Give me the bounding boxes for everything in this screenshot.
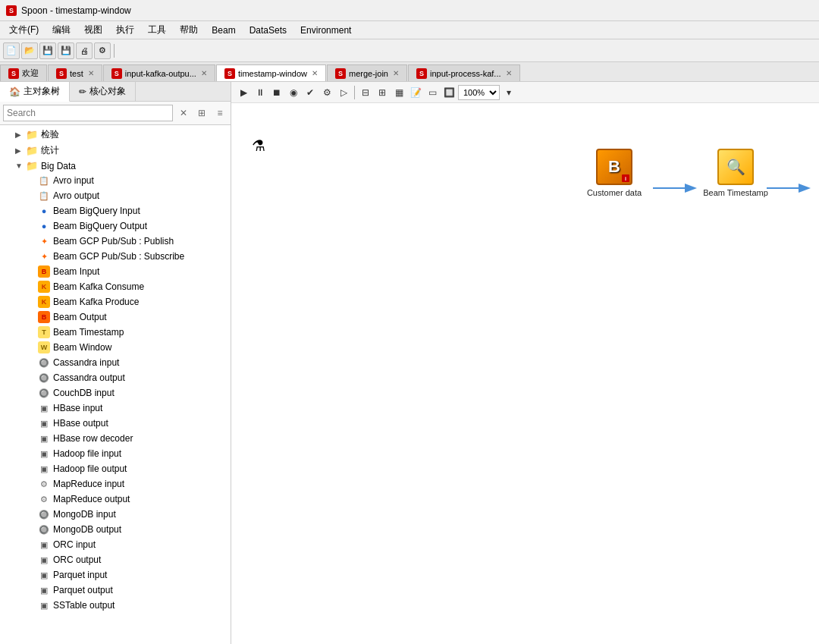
leaf-icon-Hadoop-file-output: ▣: [38, 463, 50, 475]
tree-item-HBase-row-decoder[interactable]: ▣ HBase row decoder: [0, 431, 231, 446]
tree-item-HBase-output[interactable]: ▣ HBase output: [0, 416, 231, 431]
tree-label-SSTable-output: SSTable output: [53, 600, 115, 611]
tree-item-Hadoop-file-output[interactable]: ▣ Hadoop file output: [0, 461, 231, 476]
tab-welcome[interactable]: S 欢迎: [0, 64, 47, 81]
search-input[interactable]: [3, 105, 173, 121]
tab-input-process-kaf[interactable]: S input-process-kaf... ✕: [408, 64, 520, 81]
check-button[interactable]: ✔: [303, 85, 318, 100]
node-customer-data-label: Customer data: [587, 188, 642, 197]
tab-close-test[interactable]: ✕: [88, 69, 94, 77]
tab-close-merge-join[interactable]: ✕: [393, 69, 399, 77]
menu-item-Beam[interactable]: Beam: [206, 24, 241, 37]
tab-close-timestamp-window[interactable]: ✕: [312, 69, 318, 77]
tree-item-SSTable-output[interactable]: ▣ SSTable output: [0, 598, 231, 613]
workflow-canvas[interactable]: ⚗ B i: [231, 103, 819, 644]
tree-item-Beam-GCP-PubSub-Publish[interactable]: ✦ Beam GCP Pub/Sub : Publish: [0, 234, 231, 249]
stop-button[interactable]: ⏹: [269, 85, 284, 100]
border-button[interactable]: ▭: [425, 85, 440, 100]
tree-item-Beam-BigQuery-Output[interactable]: ● Beam BigQuery Output: [0, 218, 231, 234]
tree-item-Beam-Input[interactable]: B Beam Input: [0, 264, 231, 279]
gear-button[interactable]: ⚙: [319, 85, 334, 100]
tree-item-检验[interactable]: ▶ 📁 检验: [0, 127, 231, 143]
tree-item-Cassandra-input[interactable]: 🔘 Cassandra input: [0, 355, 231, 370]
menu-item-[interactable]: 工具: [142, 22, 172, 38]
tree-item-CouchDB-input[interactable]: 🔘 CouchDB input: [0, 385, 231, 401]
menu-item-[interactable]: 帮助: [174, 22, 204, 38]
menu-item-[interactable]: 执行: [110, 22, 140, 38]
search-bar: ✕ ⊞ ≡: [0, 102, 231, 125]
tree-item-HBase-input[interactable]: ▣ HBase input: [0, 401, 231, 416]
tree-item-Beam-BigQuery-Input[interactable]: ● Beam BigQuery Input: [0, 203, 231, 218]
open-button[interactable]: 📂: [21, 42, 38, 59]
menu-item-[interactable]: 编辑: [46, 22, 77, 38]
tree-label-HBase-input: HBase input: [53, 403, 102, 413]
menu-bar: 文件(F)编辑视图执行工具帮助BeamDataSetsEnvironment: [0, 21, 819, 39]
tree-item-MongoDB-input[interactable]: 🔘 MongoDB input: [0, 507, 231, 522]
new-button[interactable]: 📄: [3, 42, 20, 59]
node-beam-timestamp[interactable]: 🔍 Beam Timestamp: [701, 149, 770, 197]
menu-item-F[interactable]: 文件(F): [3, 22, 45, 38]
tab-test[interactable]: S test ✕: [48, 64, 102, 81]
tree-item-BigData[interactable]: ▼ 📁 Big Data: [0, 159, 231, 173]
note-button[interactable]: 📝: [408, 85, 423, 100]
tab-merge-join[interactable]: S merge-join ✕: [327, 64, 407, 81]
tree-item-MapReduce-input[interactable]: ⚙ MapReduce input: [0, 476, 231, 492]
search-clear-button[interactable]: ✕: [176, 105, 191, 121]
tree-label-Cassandra-input: Cassandra input: [53, 357, 119, 368]
tab-icon-input-process-kaf: S: [416, 68, 427, 79]
tree-label-Beam-Kafka-Consume: Beam Kafka Consume: [53, 281, 144, 292]
tree-item-Beam-GCP-PubSub-Subscribe[interactable]: ✦ Beam GCP Pub/Sub : Subscribe: [0, 249, 231, 264]
grid-button[interactable]: ▦: [391, 85, 406, 100]
menu-item-DataSets[interactable]: DataSets: [243, 24, 293, 37]
panel-tab-main-objects[interactable]: 🏠 主对象树: [0, 82, 70, 102]
tree-label-ORC-input: ORC input: [53, 539, 96, 550]
align-button[interactable]: ⊟: [358, 85, 373, 100]
leaf-icon-MapReduce-output: ⚙: [38, 493, 50, 505]
node-customer-data[interactable]: B i Customer data: [580, 149, 648, 197]
tab-close-input-kafka[interactable]: ✕: [201, 69, 207, 77]
tree-item-ORC-input[interactable]: ▣ ORC input: [0, 537, 231, 552]
tree-item-Parquet-input[interactable]: ▣ Parquet input: [0, 567, 231, 583]
left-panel: 🏠 主对象树 ✏ 核心对象 ✕ ⊞ ≡ ▶ 📁 检验 ▶ 📁 统计: [0, 82, 231, 644]
tree-item-Beam-Kafka-Produce[interactable]: K Beam Kafka Produce: [0, 294, 231, 309]
tree-item-ORC-output[interactable]: ▣ ORC output: [0, 552, 231, 567]
preview-button[interactable]: ◉: [286, 85, 301, 100]
tree-item-Cassandra-output[interactable]: 🔘 Cassandra output: [0, 370, 231, 385]
tab-input-kafka[interactable]: S input-kafka-outpu... ✕: [103, 64, 215, 81]
leaf-icon-CouchDB-input: 🔘: [38, 387, 50, 399]
panel-tab-core-objects[interactable]: ✏ 核心对象: [70, 82, 136, 101]
run2-button[interactable]: ▷: [336, 85, 351, 100]
tree-item-MapReduce-output[interactable]: ⚙ MapReduce output: [0, 492, 231, 507]
tab-timestamp-window[interactable]: S timestamp-window ✕: [216, 64, 326, 82]
zoom-select[interactable]: 100% 75% 50% 150% 200%: [458, 85, 500, 100]
tree-item-Parquet-output[interactable]: ▣ Parquet output: [0, 583, 231, 598]
zoom-button[interactable]: 🔲: [441, 85, 457, 100]
menu-item-[interactable]: 视图: [78, 22, 108, 38]
tree-label-Beam-Kafka-Produce: Beam Kafka Produce: [53, 297, 139, 307]
tab-close-input-process-kaf[interactable]: ✕: [506, 69, 512, 77]
print-button[interactable]: 🖨: [76, 42, 93, 59]
search-options-button[interactable]: ⊞: [194, 105, 209, 121]
zoom-down-button[interactable]: ▾: [501, 85, 516, 100]
layout-button[interactable]: ⊞: [375, 85, 390, 100]
tree-item-Beam-Timestamp[interactable]: T Beam Timestamp: [0, 325, 231, 340]
menu-item-Environment[interactable]: Environment: [294, 24, 357, 37]
search-config-button[interactable]: ≡: [212, 105, 228, 121]
tree-item-MongoDB-output[interactable]: 🔘 MongoDB output: [0, 522, 231, 537]
tree-item-Avro-output[interactable]: 📋 Avro output: [0, 188, 231, 203]
saveas-button[interactable]: 💾: [58, 42, 74, 59]
pause-button[interactable]: ⏸: [253, 85, 268, 100]
tree-item-Avro-input[interactable]: 📋 Avro input: [0, 173, 231, 188]
flask-button[interactable]: ⚗: [243, 130, 274, 161]
tree-label-MongoDB-output: MongoDB output: [53, 524, 121, 535]
save-button[interactable]: 💾: [39, 42, 56, 59]
tree-item-统计[interactable]: ▶ 📁 统计: [0, 143, 231, 159]
settings-button[interactable]: ⚙: [94, 42, 111, 59]
tree-item-Hadoop-file-input[interactable]: ▣ Hadoop file input: [0, 446, 231, 461]
tree-item-Beam-Output[interactable]: B Beam Output: [0, 309, 231, 325]
tree-item-Beam-Kafka-Consume[interactable]: K Beam Kafka Consume: [0, 279, 231, 294]
tree-chevron-BigData: ▼: [15, 162, 23, 170]
leaf-icon-Beam-GCP-PubSub-Publish: ✦: [38, 235, 50, 247]
tree-item-Beam-Window[interactable]: W Beam Window: [0, 340, 231, 355]
run-button[interactable]: ▶: [236, 85, 251, 100]
